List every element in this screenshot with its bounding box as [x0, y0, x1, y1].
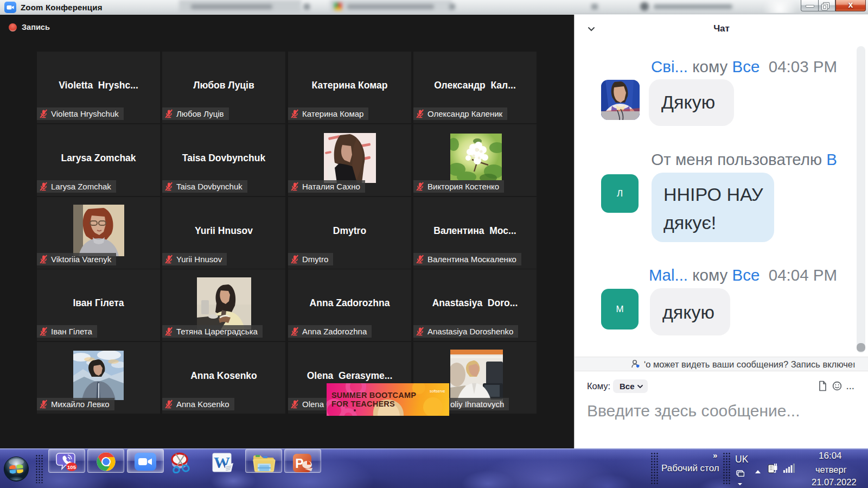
svg-text:FOR TEACHERS: FOR TEACHERS	[331, 400, 395, 408]
svg-text:SUMMER BOOTCAMP: SUMMER BOOTCAMP	[331, 391, 416, 400]
svg-text:P: P	[295, 457, 303, 471]
svg-text:105: 105	[67, 464, 76, 470]
svg-text:softserve: softserve	[430, 389, 445, 393]
